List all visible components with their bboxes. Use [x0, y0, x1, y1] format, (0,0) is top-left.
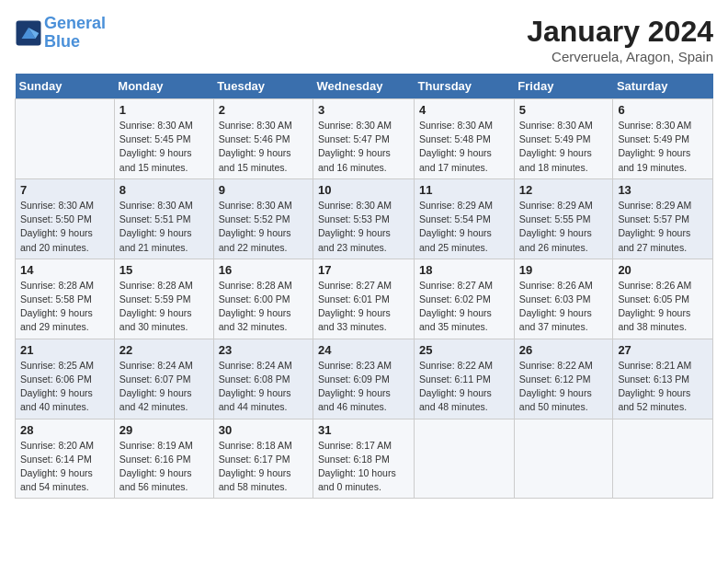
logo-text: GeneralBlue	[44, 15, 106, 52]
page-header: GeneralBlue January 2024 Cerveruela, Ara…	[15, 15, 713, 64]
day-detail: Sunrise: 8:26 AMSunset: 6:05 PMDaylight:…	[618, 279, 708, 335]
day-detail: Sunrise: 8:27 AMSunset: 6:01 PMDaylight:…	[318, 279, 409, 335]
weekday-header-monday: Monday	[114, 74, 213, 99]
day-number: 21	[20, 343, 109, 357]
weekday-header-tuesday: Tuesday	[213, 74, 313, 99]
calendar-cell: 4Sunrise: 8:30 AMSunset: 5:48 PMDaylight…	[415, 99, 515, 179]
calendar-cell: 29Sunrise: 8:19 AMSunset: 6:16 PMDayligh…	[114, 419, 213, 499]
day-detail: Sunrise: 8:30 AMSunset: 5:49 PMDaylight:…	[618, 119, 708, 175]
calendar-cell: 17Sunrise: 8:27 AMSunset: 6:01 PMDayligh…	[313, 259, 415, 339]
calendar-cell: 3Sunrise: 8:30 AMSunset: 5:47 PMDaylight…	[313, 99, 415, 179]
calendar-cell: 13Sunrise: 8:29 AMSunset: 5:57 PMDayligh…	[613, 178, 713, 259]
calendar-cell: 6Sunrise: 8:30 AMSunset: 5:49 PMDaylight…	[613, 99, 713, 179]
day-number: 15	[119, 263, 209, 277]
day-detail: Sunrise: 8:21 AMSunset: 6:13 PMDaylight:…	[618, 359, 708, 415]
calendar-cell: 19Sunrise: 8:26 AMSunset: 6:03 PMDayligh…	[514, 259, 613, 339]
day-detail: Sunrise: 8:18 AMSunset: 6:17 PMDaylight:…	[219, 439, 308, 495]
calendar-cell	[415, 419, 515, 499]
calendar-cell: 2Sunrise: 8:30 AMSunset: 5:46 PMDaylight…	[213, 99, 313, 179]
day-detail: Sunrise: 8:23 AMSunset: 6:09 PMDaylight:…	[318, 359, 409, 415]
day-number: 28	[20, 423, 109, 437]
calendar-week-5: 28Sunrise: 8:20 AMSunset: 6:14 PMDayligh…	[16, 419, 713, 499]
day-detail: Sunrise: 8:20 AMSunset: 6:14 PMDaylight:…	[20, 439, 109, 495]
calendar-week-1: 1Sunrise: 8:30 AMSunset: 5:45 PMDaylight…	[16, 99, 713, 179]
day-detail: Sunrise: 8:22 AMSunset: 6:12 PMDaylight:…	[519, 359, 609, 415]
calendar-cell: 14Sunrise: 8:28 AMSunset: 5:58 PMDayligh…	[16, 259, 115, 339]
day-number: 26	[519, 343, 609, 357]
weekday-header-row: SundayMondayTuesdayWednesdayThursdayFrid…	[16, 74, 713, 99]
weekday-header-saturday: Saturday	[613, 74, 713, 99]
calendar-cell: 15Sunrise: 8:28 AMSunset: 5:59 PMDayligh…	[114, 259, 213, 339]
day-detail: Sunrise: 8:22 AMSunset: 6:11 PMDaylight:…	[419, 359, 509, 415]
calendar-cell: 25Sunrise: 8:22 AMSunset: 6:11 PMDayligh…	[415, 339, 515, 419]
day-number: 18	[419, 263, 509, 277]
calendar-cell: 28Sunrise: 8:20 AMSunset: 6:14 PMDayligh…	[16, 419, 115, 499]
calendar-cell	[613, 419, 713, 499]
day-detail: Sunrise: 8:29 AMSunset: 5:57 PMDaylight:…	[618, 199, 708, 255]
calendar-cell: 10Sunrise: 8:30 AMSunset: 5:53 PMDayligh…	[313, 178, 415, 259]
calendar-cell: 23Sunrise: 8:24 AMSunset: 6:08 PMDayligh…	[213, 339, 313, 419]
title-block: January 2024 Cerveruela, Aragon, Spain	[527, 15, 713, 64]
day-detail: Sunrise: 8:30 AMSunset: 5:52 PMDaylight:…	[219, 199, 308, 255]
day-number: 12	[519, 183, 609, 197]
calendar-cell	[16, 99, 115, 179]
day-number: 16	[219, 263, 308, 277]
day-detail: Sunrise: 8:29 AMSunset: 5:54 PMDaylight:…	[419, 199, 509, 255]
day-detail: Sunrise: 8:28 AMSunset: 6:00 PMDaylight:…	[219, 279, 308, 335]
day-number: 10	[318, 183, 409, 197]
calendar-cell: 5Sunrise: 8:30 AMSunset: 5:49 PMDaylight…	[514, 99, 613, 179]
calendar-cell: 12Sunrise: 8:29 AMSunset: 5:55 PMDayligh…	[514, 178, 613, 259]
day-number: 3	[318, 103, 409, 117]
day-number: 23	[219, 343, 308, 357]
day-detail: Sunrise: 8:27 AMSunset: 6:02 PMDaylight:…	[419, 279, 509, 335]
calendar-cell: 31Sunrise: 8:17 AMSunset: 6:18 PMDayligh…	[313, 419, 415, 499]
day-detail: Sunrise: 8:17 AMSunset: 6:18 PMDaylight:…	[318, 439, 409, 495]
calendar-cell: 7Sunrise: 8:30 AMSunset: 5:50 PMDaylight…	[16, 178, 115, 259]
weekday-header-thursday: Thursday	[415, 74, 515, 99]
calendar-cell: 18Sunrise: 8:27 AMSunset: 6:02 PMDayligh…	[415, 259, 515, 339]
day-number: 17	[318, 263, 409, 277]
day-detail: Sunrise: 8:29 AMSunset: 5:55 PMDaylight:…	[519, 199, 609, 255]
weekday-header-sunday: Sunday	[16, 74, 115, 99]
calendar-cell: 8Sunrise: 8:30 AMSunset: 5:51 PMDaylight…	[114, 178, 213, 259]
day-number: 2	[219, 103, 308, 117]
day-number: 7	[20, 183, 109, 197]
day-detail: Sunrise: 8:30 AMSunset: 5:46 PMDaylight:…	[219, 119, 308, 175]
day-number: 4	[419, 103, 509, 117]
logo-icon	[15, 19, 42, 47]
day-detail: Sunrise: 8:30 AMSunset: 5:49 PMDaylight:…	[519, 119, 609, 175]
calendar-cell: 30Sunrise: 8:18 AMSunset: 6:17 PMDayligh…	[213, 419, 313, 499]
day-number: 1	[119, 103, 209, 117]
calendar-cell: 9Sunrise: 8:30 AMSunset: 5:52 PMDaylight…	[213, 178, 313, 259]
weekday-header-friday: Friday	[514, 74, 613, 99]
day-detail: Sunrise: 8:28 AMSunset: 5:59 PMDaylight:…	[119, 279, 209, 335]
day-number: 13	[618, 183, 708, 197]
day-number: 11	[419, 183, 509, 197]
calendar-table: SundayMondayTuesdayWednesdayThursdayFrid…	[15, 74, 713, 499]
day-number: 31	[318, 423, 409, 437]
calendar-cell: 22Sunrise: 8:24 AMSunset: 6:07 PMDayligh…	[114, 339, 213, 419]
day-number: 24	[318, 343, 409, 357]
calendar-week-2: 7Sunrise: 8:30 AMSunset: 5:50 PMDaylight…	[16, 178, 713, 259]
day-number: 25	[419, 343, 509, 357]
day-number: 27	[618, 343, 708, 357]
day-detail: Sunrise: 8:25 AMSunset: 6:06 PMDaylight:…	[20, 359, 109, 415]
day-number: 14	[20, 263, 109, 277]
day-detail: Sunrise: 8:30 AMSunset: 5:53 PMDaylight:…	[318, 199, 409, 255]
day-number: 19	[519, 263, 609, 277]
day-number: 30	[219, 423, 308, 437]
day-detail: Sunrise: 8:28 AMSunset: 5:58 PMDaylight:…	[20, 279, 109, 335]
calendar-week-3: 14Sunrise: 8:28 AMSunset: 5:58 PMDayligh…	[16, 259, 713, 339]
day-number: 8	[119, 183, 209, 197]
calendar-cell: 24Sunrise: 8:23 AMSunset: 6:09 PMDayligh…	[313, 339, 415, 419]
day-detail: Sunrise: 8:24 AMSunset: 6:07 PMDaylight:…	[119, 359, 209, 415]
day-number: 22	[119, 343, 209, 357]
day-detail: Sunrise: 8:30 AMSunset: 5:51 PMDaylight:…	[119, 199, 209, 255]
month-title: January 2024	[527, 15, 713, 49]
calendar-cell: 1Sunrise: 8:30 AMSunset: 5:45 PMDaylight…	[114, 99, 213, 179]
calendar-cell: 26Sunrise: 8:22 AMSunset: 6:12 PMDayligh…	[514, 339, 613, 419]
logo: GeneralBlue	[15, 15, 106, 52]
day-number: 20	[618, 263, 708, 277]
day-number: 5	[519, 103, 609, 117]
day-detail: Sunrise: 8:24 AMSunset: 6:08 PMDaylight:…	[219, 359, 308, 415]
